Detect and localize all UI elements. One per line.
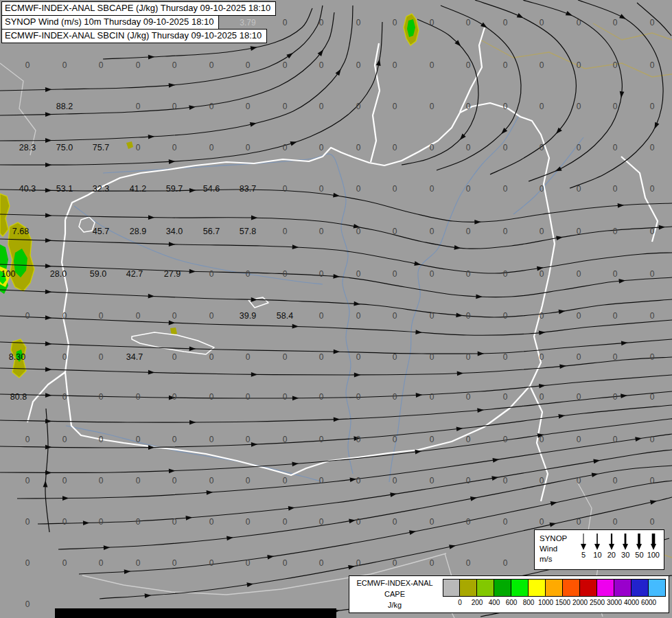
weather-map-screen: 3.790000000000000000000000000000088.2000…: [0, 0, 672, 618]
streamline: [0, 357, 672, 375]
streamline: [523, 0, 622, 181]
streamline: [0, 405, 672, 448]
streamline-arrowhead: [104, 545, 111, 550]
streamline-arrowhead: [43, 481, 48, 488]
cape-patch: [126, 141, 133, 149]
streamline-arrowhead: [62, 496, 69, 501]
wind-speed-label: 10: [593, 551, 601, 559]
wind-arrow-item: 50: [632, 533, 646, 568]
streamline-arrowhead: [354, 301, 360, 306]
streamline-arrowhead: [227, 536, 233, 540]
streamline-arrowhead: [449, 545, 456, 549]
cape-tick-label: 200: [472, 599, 483, 606]
wind-streamlines: [0, 0, 672, 617]
wind-arrow-icon: [592, 533, 602, 551]
streamline-arrowhead: [414, 261, 421, 266]
cape-tick-label: 2500: [590, 599, 605, 606]
streamline-arrowhead: [45, 445, 52, 450]
streamline-arrowhead: [251, 46, 257, 51]
wind-legend: SYNOP Wind m/s 510203050100: [534, 529, 664, 570]
streamline-arrowhead: [45, 138, 52, 143]
lake-outline: [132, 332, 214, 354]
streamline-arrowhead: [480, 23, 487, 28]
streamline-arrowhead: [169, 396, 176, 400]
streamline-arrowhead: [620, 91, 625, 98]
streamline-arrowhead: [186, 516, 193, 520]
streamline-arrowhead: [416, 393, 423, 398]
cape-color-cell: [546, 579, 563, 597]
streamline-arrowhead: [336, 69, 341, 76]
cape-color-cell: [494, 579, 511, 597]
streamline-arrowhead: [558, 414, 565, 419]
streamline-arrowhead: [470, 496, 477, 501]
border-line-white: [460, 27, 485, 112]
river-line: [513, 137, 583, 214]
streamline-arrowhead: [477, 408, 484, 413]
streamline: [45, 409, 49, 532]
wind-legend-unit: m/s: [540, 554, 577, 564]
cape-tick-label: 2000: [572, 599, 588, 606]
wind-arrow-item: 20: [605, 533, 618, 568]
wind-speed-label: 100: [647, 551, 660, 559]
streamline-arrowhead: [169, 83, 176, 88]
cape-tick-label: 3000: [607, 599, 622, 606]
streamline: [570, 0, 663, 188]
streamline-arrowhead: [290, 141, 297, 146]
cape-color-cell: [443, 579, 460, 597]
streamline-arrowhead: [45, 419, 52, 424]
streamline: [0, 22, 382, 165]
streamline-arrowhead: [145, 593, 152, 598]
cape-legend-unit: J/kg: [349, 600, 440, 611]
streamline-arrowhead: [621, 393, 627, 398]
streamline: [475, 0, 576, 174]
cape-tick-label: 1500: [555, 599, 570, 606]
cape-color-cell: [529, 579, 546, 597]
streamline-arrowhead: [474, 220, 481, 225]
streamline-arrowhead: [246, 582, 253, 587]
cape-color-cell: [511, 579, 529, 597]
streamline-arrowhead: [537, 266, 544, 271]
streamline-arrowhead: [251, 442, 258, 447]
streamline-arrowhead: [169, 242, 176, 247]
streamline-arrowhead: [476, 294, 483, 299]
streamline: [0, 290, 672, 317]
wind-arrow-icon: [607, 533, 616, 551]
streamline-arrowhead: [286, 53, 293, 58]
bottom-black-bar: [55, 608, 336, 618]
streamline-arrowhead: [539, 330, 546, 335]
streamline-arrowhead: [551, 501, 557, 506]
streamline-arrowhead: [333, 193, 340, 198]
road-line: [593, 23, 672, 40]
streamline-arrowhead: [189, 269, 196, 274]
title-line-sbcape: ECMWF-INDEX-ANAL SBCAPE (J/kg) Thursday …: [1, 1, 276, 16]
map-title-block: ECMWF-INDEX-ANAL SBCAPE (J/kg) Thursday …: [1, 1, 276, 43]
wind-speed-label: 50: [635, 551, 643, 559]
streamline-arrowhead: [559, 310, 566, 314]
streamline-arrowhead: [556, 236, 563, 240]
cape-color-cell: [563, 579, 580, 597]
streamline-arrowhead: [124, 569, 131, 574]
wind-arrow-icon: [579, 533, 588, 551]
streamline-arrowhead: [354, 224, 360, 229]
streamline-arrowhead: [251, 297, 258, 302]
cape-color-cell: [649, 579, 666, 597]
streamline-arrowhead: [292, 324, 299, 329]
streamline-arrowhead: [493, 458, 500, 463]
streamline-arrowhead: [491, 476, 498, 481]
gray-borders: [0, 63, 603, 618]
streamline-arrowhead: [45, 213, 52, 218]
streamline-arrowhead: [621, 341, 628, 345]
cape-color-cell: [632, 579, 649, 597]
streamline-arrowhead: [292, 244, 299, 249]
cape-color-cell: [614, 579, 632, 597]
streamline-arrowhead: [251, 216, 258, 220]
wind-legend-subtitle: Wind: [540, 544, 577, 554]
streamline-arrowhead: [659, 225, 666, 230]
streamline-arrowhead: [390, 492, 397, 497]
streamline-arrowhead: [45, 188, 52, 193]
streamline-arrowhead: [348, 565, 355, 570]
streamline: [0, 264, 672, 297]
streamline: [0, 419, 672, 473]
cape-tick-label: 400: [489, 599, 500, 606]
title-line-synop-wind: SYNOP Wind (m/s) 10m Thursday 09-10-2025…: [1, 15, 219, 30]
